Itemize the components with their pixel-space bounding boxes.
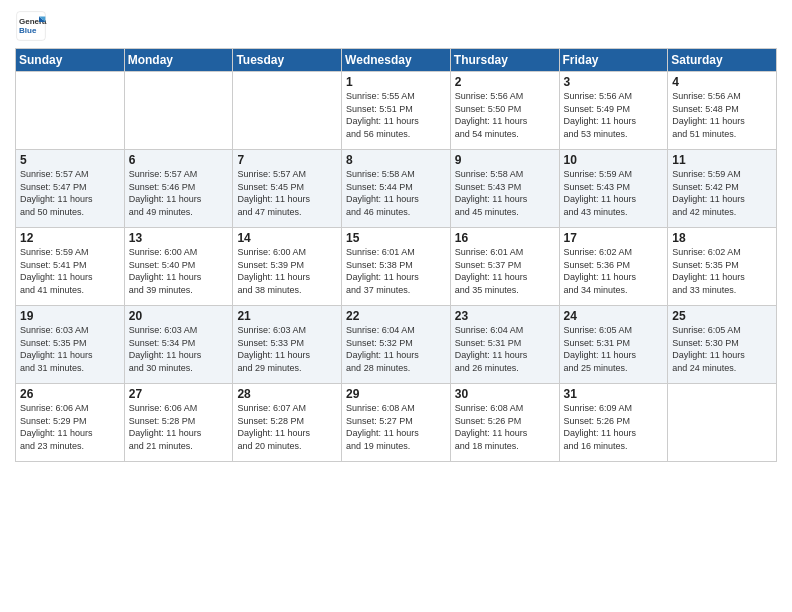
- calendar-cell: 23Sunrise: 6:04 AM Sunset: 5:31 PM Dayli…: [450, 306, 559, 384]
- day-number: 25: [672, 309, 772, 323]
- cell-info: Sunrise: 5:55 AM Sunset: 5:51 PM Dayligh…: [346, 90, 446, 140]
- cell-info: Sunrise: 5:58 AM Sunset: 5:43 PM Dayligh…: [455, 168, 555, 218]
- calendar-week-3: 12Sunrise: 5:59 AM Sunset: 5:41 PM Dayli…: [16, 228, 777, 306]
- cell-info: Sunrise: 6:02 AM Sunset: 5:36 PM Dayligh…: [564, 246, 664, 296]
- calendar-cell: 30Sunrise: 6:08 AM Sunset: 5:26 PM Dayli…: [450, 384, 559, 462]
- cell-info: Sunrise: 6:09 AM Sunset: 5:26 PM Dayligh…: [564, 402, 664, 452]
- header: General Blue: [15, 10, 777, 42]
- cell-info: Sunrise: 6:06 AM Sunset: 5:29 PM Dayligh…: [20, 402, 120, 452]
- cell-info: Sunrise: 6:03 AM Sunset: 5:33 PM Dayligh…: [237, 324, 337, 374]
- day-number: 17: [564, 231, 664, 245]
- calendar-cell: [233, 72, 342, 150]
- day-number: 2: [455, 75, 555, 89]
- day-number: 6: [129, 153, 229, 167]
- cell-info: Sunrise: 6:04 AM Sunset: 5:31 PM Dayligh…: [455, 324, 555, 374]
- logo: General Blue: [15, 10, 51, 42]
- cell-info: Sunrise: 6:08 AM Sunset: 5:27 PM Dayligh…: [346, 402, 446, 452]
- cell-info: Sunrise: 6:01 AM Sunset: 5:37 PM Dayligh…: [455, 246, 555, 296]
- calendar-cell: 19Sunrise: 6:03 AM Sunset: 5:35 PM Dayli…: [16, 306, 125, 384]
- calendar-cell: 14Sunrise: 6:00 AM Sunset: 5:39 PM Dayli…: [233, 228, 342, 306]
- calendar-cell: 7Sunrise: 5:57 AM Sunset: 5:45 PM Daylig…: [233, 150, 342, 228]
- day-header-monday: Monday: [124, 49, 233, 72]
- cell-info: Sunrise: 6:00 AM Sunset: 5:40 PM Dayligh…: [129, 246, 229, 296]
- day-header-sunday: Sunday: [16, 49, 125, 72]
- calendar-cell: [16, 72, 125, 150]
- calendar-cell: 2Sunrise: 5:56 AM Sunset: 5:50 PM Daylig…: [450, 72, 559, 150]
- cell-info: Sunrise: 5:57 AM Sunset: 5:45 PM Dayligh…: [237, 168, 337, 218]
- cell-info: Sunrise: 5:56 AM Sunset: 5:50 PM Dayligh…: [455, 90, 555, 140]
- calendar-cell: 16Sunrise: 6:01 AM Sunset: 5:37 PM Dayli…: [450, 228, 559, 306]
- calendar-cell: 8Sunrise: 5:58 AM Sunset: 5:44 PM Daylig…: [342, 150, 451, 228]
- calendar-cell: 13Sunrise: 6:00 AM Sunset: 5:40 PM Dayli…: [124, 228, 233, 306]
- calendar-cell: 21Sunrise: 6:03 AM Sunset: 5:33 PM Dayli…: [233, 306, 342, 384]
- day-number: 11: [672, 153, 772, 167]
- calendar-cell: 17Sunrise: 6:02 AM Sunset: 5:36 PM Dayli…: [559, 228, 668, 306]
- day-number: 19: [20, 309, 120, 323]
- day-number: 14: [237, 231, 337, 245]
- day-number: 5: [20, 153, 120, 167]
- day-number: 26: [20, 387, 120, 401]
- cell-info: Sunrise: 5:57 AM Sunset: 5:46 PM Dayligh…: [129, 168, 229, 218]
- day-header-thursday: Thursday: [450, 49, 559, 72]
- day-number: 15: [346, 231, 446, 245]
- calendar-cell: 5Sunrise: 5:57 AM Sunset: 5:47 PM Daylig…: [16, 150, 125, 228]
- calendar-week-2: 5Sunrise: 5:57 AM Sunset: 5:47 PM Daylig…: [16, 150, 777, 228]
- calendar-cell: 29Sunrise: 6:08 AM Sunset: 5:27 PM Dayli…: [342, 384, 451, 462]
- calendar-table: SundayMondayTuesdayWednesdayThursdayFrid…: [15, 48, 777, 462]
- calendar-cell: 6Sunrise: 5:57 AM Sunset: 5:46 PM Daylig…: [124, 150, 233, 228]
- logo-icon: General Blue: [15, 10, 47, 42]
- calendar-header-row: SundayMondayTuesdayWednesdayThursdayFrid…: [16, 49, 777, 72]
- calendar-week-1: 1Sunrise: 5:55 AM Sunset: 5:51 PM Daylig…: [16, 72, 777, 150]
- day-number: 1: [346, 75, 446, 89]
- cell-info: Sunrise: 6:07 AM Sunset: 5:28 PM Dayligh…: [237, 402, 337, 452]
- day-number: 20: [129, 309, 229, 323]
- day-number: 24: [564, 309, 664, 323]
- calendar-week-4: 19Sunrise: 6:03 AM Sunset: 5:35 PM Dayli…: [16, 306, 777, 384]
- day-number: 7: [237, 153, 337, 167]
- day-number: 18: [672, 231, 772, 245]
- cell-info: Sunrise: 6:05 AM Sunset: 5:30 PM Dayligh…: [672, 324, 772, 374]
- calendar-cell: [124, 72, 233, 150]
- day-header-wednesday: Wednesday: [342, 49, 451, 72]
- cell-info: Sunrise: 6:00 AM Sunset: 5:39 PM Dayligh…: [237, 246, 337, 296]
- day-number: 16: [455, 231, 555, 245]
- cell-info: Sunrise: 6:01 AM Sunset: 5:38 PM Dayligh…: [346, 246, 446, 296]
- cell-info: Sunrise: 6:02 AM Sunset: 5:35 PM Dayligh…: [672, 246, 772, 296]
- cell-info: Sunrise: 5:56 AM Sunset: 5:49 PM Dayligh…: [564, 90, 664, 140]
- day-number: 3: [564, 75, 664, 89]
- calendar-cell: 25Sunrise: 6:05 AM Sunset: 5:30 PM Dayli…: [668, 306, 777, 384]
- day-number: 8: [346, 153, 446, 167]
- cell-info: Sunrise: 5:57 AM Sunset: 5:47 PM Dayligh…: [20, 168, 120, 218]
- cell-info: Sunrise: 5:59 AM Sunset: 5:42 PM Dayligh…: [672, 168, 772, 218]
- calendar-week-5: 26Sunrise: 6:06 AM Sunset: 5:29 PM Dayli…: [16, 384, 777, 462]
- day-header-saturday: Saturday: [668, 49, 777, 72]
- cell-info: Sunrise: 5:56 AM Sunset: 5:48 PM Dayligh…: [672, 90, 772, 140]
- day-number: 27: [129, 387, 229, 401]
- page-container: General Blue SundayMondayTuesdayWednesda…: [0, 0, 792, 612]
- calendar-cell: 28Sunrise: 6:07 AM Sunset: 5:28 PM Dayli…: [233, 384, 342, 462]
- day-number: 10: [564, 153, 664, 167]
- cell-info: Sunrise: 6:03 AM Sunset: 5:35 PM Dayligh…: [20, 324, 120, 374]
- day-number: 12: [20, 231, 120, 245]
- calendar-cell: 20Sunrise: 6:03 AM Sunset: 5:34 PM Dayli…: [124, 306, 233, 384]
- day-number: 9: [455, 153, 555, 167]
- calendar-cell: 18Sunrise: 6:02 AM Sunset: 5:35 PM Dayli…: [668, 228, 777, 306]
- calendar-cell: 9Sunrise: 5:58 AM Sunset: 5:43 PM Daylig…: [450, 150, 559, 228]
- cell-info: Sunrise: 6:04 AM Sunset: 5:32 PM Dayligh…: [346, 324, 446, 374]
- calendar-cell: 10Sunrise: 5:59 AM Sunset: 5:43 PM Dayli…: [559, 150, 668, 228]
- calendar-cell: 4Sunrise: 5:56 AM Sunset: 5:48 PM Daylig…: [668, 72, 777, 150]
- calendar-cell: 1Sunrise: 5:55 AM Sunset: 5:51 PM Daylig…: [342, 72, 451, 150]
- day-number: 4: [672, 75, 772, 89]
- day-number: 13: [129, 231, 229, 245]
- cell-info: Sunrise: 6:06 AM Sunset: 5:28 PM Dayligh…: [129, 402, 229, 452]
- cell-info: Sunrise: 5:58 AM Sunset: 5:44 PM Dayligh…: [346, 168, 446, 218]
- calendar-cell: 31Sunrise: 6:09 AM Sunset: 5:26 PM Dayli…: [559, 384, 668, 462]
- day-number: 21: [237, 309, 337, 323]
- day-number: 30: [455, 387, 555, 401]
- calendar-cell: 26Sunrise: 6:06 AM Sunset: 5:29 PM Dayli…: [16, 384, 125, 462]
- calendar-cell: 22Sunrise: 6:04 AM Sunset: 5:32 PM Dayli…: [342, 306, 451, 384]
- cell-info: Sunrise: 6:08 AM Sunset: 5:26 PM Dayligh…: [455, 402, 555, 452]
- calendar-cell: 3Sunrise: 5:56 AM Sunset: 5:49 PM Daylig…: [559, 72, 668, 150]
- calendar-cell: 12Sunrise: 5:59 AM Sunset: 5:41 PM Dayli…: [16, 228, 125, 306]
- day-number: 28: [237, 387, 337, 401]
